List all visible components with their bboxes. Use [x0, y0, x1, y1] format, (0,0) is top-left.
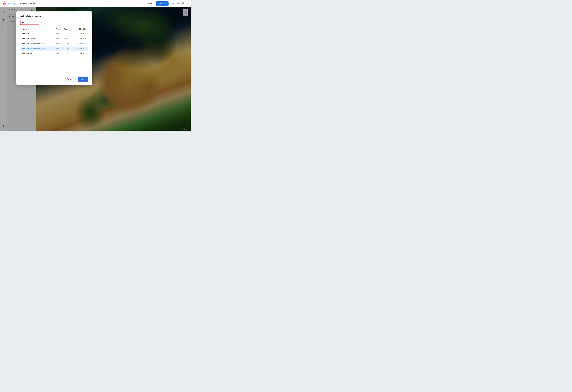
table-row[interactable]: Satellite Lowres raster 0 - 5 7 Feb 2019: [20, 36, 88, 41]
cell-type: raster: [53, 31, 62, 36]
cell-type: raster: [53, 51, 62, 56]
cell-zoom: 0 - 20: [62, 31, 71, 36]
close-button[interactable]: ✕: [186, 2, 188, 5]
search-row: ✕: [20, 21, 88, 25]
cell-type: raster: [53, 36, 62, 41]
col-header-name: Name ↓: [20, 27, 53, 31]
cell-name: Satellite v1: [20, 51, 53, 56]
table-row[interactable]: Satellite Mediumres 2016 raster 0 - 13 9…: [20, 41, 88, 46]
save-button[interactable]: Save: [146, 1, 154, 6]
cell-date: 6 Jun 2023: [71, 31, 88, 36]
cell-name: Satellite Lowres: [20, 36, 53, 41]
cell-zoom: 0 - 5: [62, 36, 71, 41]
cell-zoom: 0 - 13: [62, 41, 71, 46]
publish-button[interactable]: Publish: [156, 1, 169, 6]
cell-date: 29 May 2023: [71, 51, 88, 56]
breadcrumb-separator: /: [17, 2, 18, 5]
table-row[interactable]: Satellite v1 raster 0 - 20 29 May 2023: [20, 51, 88, 56]
breadcrumb: My maps / Countries Satellite: [8, 2, 35, 5]
main-layout: ⚡ ◈ ⊟ ✦ Data s + ad pu 🕐 2.7 © MapTiler …: [0, 7, 191, 131]
cell-date: 7 Feb 2019: [71, 36, 88, 41]
cell-zoom: 0 - 13: [62, 46, 71, 51]
cell-date: 9 Feb 2023: [71, 46, 88, 51]
search-clear-button[interactable]: ✕: [40, 21, 42, 24]
cancel-button[interactable]: Cancel: [64, 77, 76, 82]
datasource-table: Name ↓ Type Zoom Modified Satellite rast…: [20, 27, 88, 56]
cell-date: 9 Feb 2023: [71, 41, 88, 46]
back-button[interactable]: ←: [172, 2, 174, 5]
svg-point-2: [4, 3, 5, 4]
search-input-wrapper: [20, 21, 39, 25]
menu-button[interactable]: ☰: [181, 2, 184, 5]
modal-overlay: Add data source ✕ Name ↓ Type Zoom Modif…: [0, 7, 191, 131]
table-row[interactable]: Satellite Mediumres 2018 raster 0 - 13 9…: [20, 46, 88, 51]
cell-zoom: 0 - 20: [62, 51, 71, 56]
cell-name: Satellite: [20, 31, 53, 36]
breadcrumb-current: Countries Satellite: [19, 2, 36, 5]
table-row[interactable]: Satellite raster 0 - 20 6 Jun 2023: [20, 31, 88, 36]
topbar-icons: ← → ☰ ✕: [172, 2, 188, 5]
cell-name: Satellite Mediumres 2016: [20, 41, 53, 46]
breadcrumb-home[interactable]: My maps: [8, 2, 16, 5]
add-datasource-modal: Add data source ✕ Name ↓ Type Zoom Modif…: [16, 11, 92, 85]
col-header-modified: Modified: [71, 27, 88, 31]
modal-footer: Cancel Add: [20, 74, 88, 82]
col-header-type: Type: [53, 27, 62, 31]
col-header-zoom: Zoom: [62, 27, 71, 31]
forward-button[interactable]: →: [176, 2, 179, 5]
topbar: My maps / Countries Satellite Save Publi…: [0, 0, 191, 7]
cell-type: raster: [53, 46, 62, 51]
add-button[interactable]: Add: [78, 77, 88, 82]
modal-title: Add data source: [20, 15, 88, 18]
cell-type: raster: [53, 41, 62, 46]
search-input[interactable]: [22, 22, 38, 24]
app-logo: [2, 1, 6, 6]
cell-name: Satellite Mediumres 2018: [20, 46, 53, 51]
